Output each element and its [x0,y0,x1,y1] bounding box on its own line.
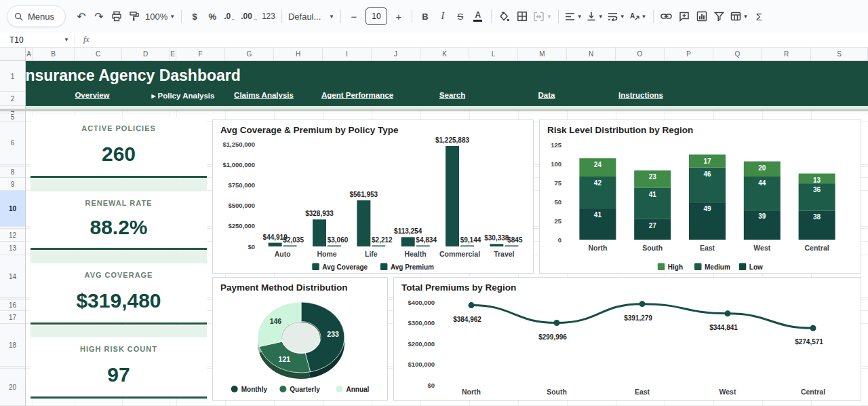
row-header-9[interactable]: 9 [0,178,25,191]
svg-text:South: South [642,244,663,252]
create-filter-button[interactable] [711,7,728,26]
menus-search[interactable]: Menus [7,5,66,27]
column-header-E[interactable]: E [170,48,176,60]
table-views-button[interactable]: ▼ [728,7,751,26]
merge-cells-button[interactable]: ▼ [531,7,554,26]
row-header-18[interactable]: 18 [0,324,25,367]
column-header-O[interactable]: O [616,48,665,60]
text-rotation-button[interactable]: A ▼ [627,7,649,26]
row-header-8[interactable]: 8 [0,167,25,178]
column-header-M[interactable]: M [518,48,567,60]
svg-text:A: A [630,12,635,20]
borders-icon [517,11,528,22]
column-header-G[interactable]: G [225,48,274,60]
horizontal-align-button[interactable]: ▼ [563,7,585,26]
column-header-N[interactable]: N [567,48,616,60]
italic-button[interactable]: I [434,7,452,26]
row-header-5[interactable]: 5 [0,113,25,122]
row-header-14[interactable]: 14 [0,255,25,298]
nav-link-agent-performance[interactable]: Agent Performance [321,91,393,99]
functions-button[interactable]: Σ [750,7,768,26]
nav-link-instructions[interactable]: Instructions [618,91,663,99]
insert-chart-button[interactable] [693,7,711,26]
column-header-B[interactable]: B [33,48,75,60]
row-header-6[interactable]: 6 [0,122,25,165]
strikethrough-button[interactable]: S [452,7,469,26]
column-header-J[interactable]: J [372,48,420,60]
chart-coverage-premium[interactable]: Avg Coverage & Premium by Policy Type$0$… [212,119,534,274]
column-header-H[interactable]: H [274,48,323,60]
text-wrap-button[interactable]: ▼ [606,7,627,26]
row-header-2[interactable]: 2 [0,92,25,106]
bold-button[interactable]: B [416,7,434,26]
card-separator [31,326,207,337]
column-header-K[interactable]: K [420,48,469,60]
spreadsheet-app: { "toolbar": { "menus_label": "Menus", "… [0,0,868,406]
row-header-12[interactable]: 12 [0,229,25,242]
kpi-card-renewal-rate[interactable]: RENEWAL RATE88.2% [31,191,207,250]
nav-link-claims-analysis[interactable]: Claims Analysis [234,91,294,99]
decrease-font-size-button[interactable]: − [345,7,363,26]
undo-button[interactable]: ↶ [73,7,90,26]
svg-text:121: 121 [279,355,291,363]
redo-button[interactable]: ↷ [90,7,108,26]
row-header-20[interactable]: 20 [0,369,25,406]
zoom-select[interactable]: 100%▼ [143,7,177,26]
print-button[interactable] [108,7,125,26]
nav-link-search[interactable]: Search [439,91,465,99]
font-size-input[interactable]: 10 [366,7,387,25]
chart-total-premiums[interactable]: Total Premiums by Region$0$100,000$200,0… [393,277,861,401]
row-header-10[interactable]: 10 [0,191,25,227]
kpi-card-high-risk-count[interactable]: HIGH RISK COUNT97 [31,337,207,399]
column-header-Q[interactable]: Q [713,48,762,60]
name-box[interactable]: T10 ▼ [0,35,75,45]
row-header-13[interactable]: 13 [0,242,25,255]
chevron-down-icon: ▼ [743,14,749,20]
text-color-button[interactable]: A [469,7,487,26]
paint-format-button[interactable] [125,7,143,26]
decrease-decimals-button[interactable]: .0← [221,7,239,26]
vertical-align-button[interactable]: ▼ [585,7,606,26]
nav-link-policy-analysis[interactable]: ▸ Policy Analysis [152,91,215,100]
format-percent-button[interactable]: % [203,7,221,26]
increase-decimals-button[interactable]: .00→ [239,7,260,26]
nav-link-data[interactable]: Data [538,91,555,99]
row-header-17[interactable]: 17 [0,311,25,324]
column-header-D[interactable]: D [122,48,170,60]
column-header-L[interactable]: L [469,48,518,60]
row-header-1[interactable]: 1 [0,61,25,92]
chart-title: Avg Coverage & Premium by Policy Type [220,125,399,135]
borders-button[interactable] [513,7,531,26]
increase-font-size-button[interactable]: + [390,7,408,26]
frozen-rows-divider[interactable] [0,109,868,111]
column-header-A[interactable]: A [26,48,33,60]
sheet-canvas[interactable]: Insurance Agency Dashboard Overview▸ Pol… [26,61,868,406]
kpi-value: $319,480 [76,279,161,322]
insert-comment-button[interactable] [675,7,693,26]
kpi-label: RENEWAL RATE [85,199,153,207]
kpi-card-avg-coverage[interactable]: AVG COVERAGE$319,480 [31,263,207,325]
svg-text:Health: Health [405,250,427,258]
kpi-card-active-policies[interactable]: ACTIVE POLICIES260 [31,117,207,178]
column-header-S[interactable]: S [811,48,868,60]
bar-commercial-premium [460,246,474,247]
select-all-corner[interactable] [0,48,26,60]
row-header-16[interactable]: 16 [0,300,25,311]
insert-link-button[interactable] [658,7,675,26]
column-header-R[interactable]: R [762,48,811,60]
svg-text:17: 17 [703,158,711,165]
font-select[interactable]: Defaul...▼ [286,7,336,26]
format-currency-button[interactable]: $ [186,7,203,26]
chart-risk-distribution[interactable]: Risk Level Distribution by Region0255075… [539,119,861,274]
more-formats-button[interactable]: 123 [260,7,277,26]
column-header-P[interactable]: P [665,48,713,60]
nav-link-overview[interactable]: Overview [75,91,109,99]
fill-color-button[interactable] [496,7,513,26]
column-header-I[interactable]: I [323,48,372,60]
chart-payment-method[interactable]: Payment Method Distribution233121146Mont… [212,277,388,401]
chart-title: Total Premiums by Region [401,282,516,293]
column-header-F[interactable]: F [176,48,225,60]
legend-label-avg coverage: Avg Coverage [322,263,368,271]
svg-text:$2,035: $2,035 [283,236,304,244]
column-header-C[interactable]: C [75,48,122,60]
